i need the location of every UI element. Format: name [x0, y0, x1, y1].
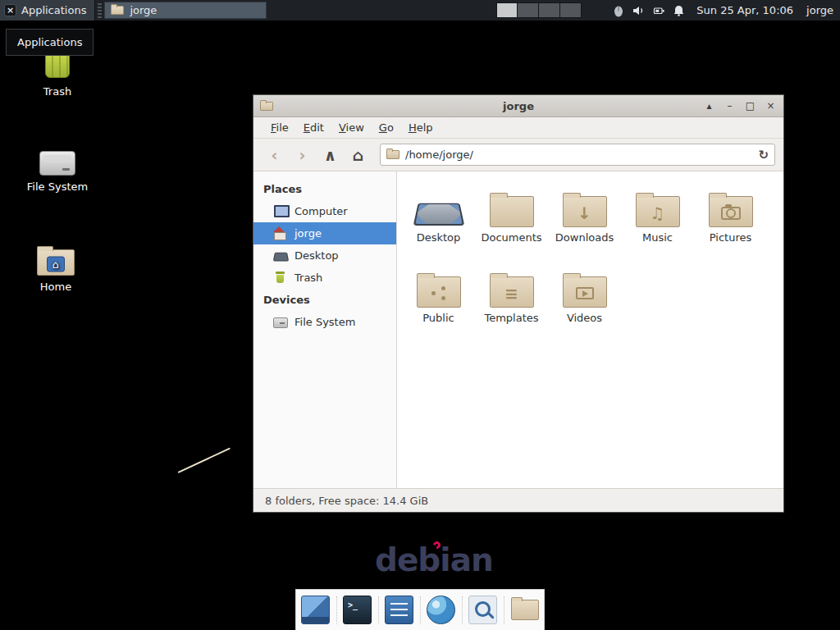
desktop-icon-label: File System	[18, 180, 97, 193]
file-item-documents[interactable]: Documents	[475, 181, 548, 262]
file-item-desktop[interactable]: Desktop	[402, 181, 475, 262]
reload-button[interactable]: ↻	[758, 148, 769, 162]
close-button[interactable]: ×	[765, 99, 777, 112]
dock-app-finder-button[interactable]	[466, 593, 500, 628]
folder-share-icon	[402, 262, 475, 308]
desktop-icon-file-system[interactable]: File System	[18, 144, 97, 193]
dock-separator	[462, 596, 463, 624]
file-label: Videos	[548, 312, 621, 324]
file-item-music[interactable]: ♫ Music	[621, 181, 694, 262]
dock-terminal-button[interactable]	[340, 593, 375, 628]
desktop-pad-icon	[402, 181, 475, 227]
sidebar-item-trash[interactable]: Trash	[253, 267, 396, 289]
window-body: Places Computer jorge Desktop Trash Devi…	[253, 171, 783, 488]
wallpaper-scratch-line	[178, 448, 231, 473]
share-emblem-icon	[418, 277, 460, 307]
sidebar-item-label: Computer	[294, 205, 348, 217]
debian-logo: debian	[375, 541, 493, 578]
battery-icon[interactable]	[652, 4, 665, 17]
home-button[interactable]: ⌂	[345, 144, 371, 167]
sidebar-item-computer[interactable]: Computer	[253, 200, 396, 222]
up-button[interactable]: ∧	[317, 144, 343, 167]
task-button-jorge[interactable]: jorge	[104, 2, 267, 19]
workspace-1[interactable]	[496, 2, 518, 18]
mouse-icon[interactable]	[613, 4, 624, 17]
file-item-downloads[interactable]: ↓ Downloads	[548, 181, 621, 262]
maximize-button[interactable]: □	[744, 99, 756, 112]
back-button[interactable]: ‹	[262, 144, 287, 167]
statusbar-text: 8 folders, Free space: 14.4 GiB	[265, 495, 428, 507]
file-label: Templates	[475, 312, 548, 324]
dock-file-manager-button[interactable]	[508, 593, 542, 628]
file-label: Desktop	[402, 231, 475, 244]
desktop-icon-label: Home	[21, 281, 90, 293]
folder-pictures-icon	[694, 181, 767, 227]
menu-help[interactable]: Help	[401, 118, 441, 137]
system-tray	[613, 4, 685, 17]
workspace-4[interactable]	[560, 2, 582, 18]
document-emblem-icon: ≡	[491, 277, 533, 307]
magnifier-icon	[468, 596, 497, 624]
sidebar-item-label: File System	[294, 316, 355, 328]
folder-icon	[475, 181, 548, 227]
sidebar-item-desktop[interactable]: Desktop	[253, 244, 396, 267]
text-lines-icon	[385, 596, 413, 624]
dock-separator	[336, 596, 337, 624]
menu-edit[interactable]: Edit	[296, 118, 331, 137]
dock-text-editor-button[interactable]	[382, 593, 417, 628]
volume-icon[interactable]	[632, 4, 645, 17]
down-arrow-emblem-icon: ↓	[564, 197, 606, 226]
file-label: Public	[402, 312, 475, 324]
devices-header: Devices	[253, 289, 396, 311]
terminal-icon	[343, 596, 372, 624]
house-emblem-icon: ⌂	[47, 256, 65, 272]
statusbar: 8 folders, Free space: 14.4 GiB	[253, 488, 783, 512]
sidebar-item-file-system[interactable]: File System	[253, 311, 396, 333]
drive-icon	[273, 316, 287, 328]
desktop-preview-icon	[301, 596, 330, 624]
file-item-pictures[interactable]: Pictures	[694, 181, 767, 262]
shade-button[interactable]: ▴	[703, 99, 715, 112]
path-input[interactable]	[405, 148, 752, 161]
folder-downloads-icon: ↓	[548, 181, 621, 227]
forward-button[interactable]: ›	[290, 144, 315, 167]
sidebar-item-label: Trash	[294, 272, 322, 284]
folder-music-icon: ♫	[621, 181, 694, 227]
menu-go[interactable]: Go	[372, 118, 401, 137]
dock-separator	[420, 596, 421, 624]
file-item-videos[interactable]: Videos	[548, 262, 621, 342]
dock-web-browser-button[interactable]	[424, 593, 459, 628]
dock-separator	[378, 596, 379, 624]
trash-icon	[273, 272, 287, 284]
panel-clock[interactable]: Sun 25 Apr, 10:06	[696, 4, 793, 16]
file-label: Documents	[475, 231, 548, 244]
titlebar[interactable]: jorge ▴ – □ ×	[253, 95, 783, 117]
dock-show-desktop-button[interactable]	[299, 593, 333, 628]
music-note-emblem-icon: ♫	[637, 197, 679, 226]
path-bar[interactable]: ↻	[380, 144, 775, 166]
desktop-icon-home[interactable]: ⌂ Home	[21, 243, 90, 293]
sidebar-item-jorge[interactable]: jorge	[253, 222, 396, 244]
menu-view[interactable]: View	[331, 118, 372, 137]
folder-icon	[111, 6, 124, 15]
folder-templates-icon: ≡	[475, 262, 548, 308]
xfce-logo-icon: ×	[4, 4, 16, 16]
panel-user-label: jorge	[806, 4, 833, 16]
panel-handle[interactable]	[98, 3, 102, 18]
sidebar-item-label: Desktop	[294, 249, 339, 262]
workspace-3[interactable]	[539, 2, 560, 18]
desktop-icon-label: Trash	[25, 85, 90, 98]
drive-icon	[39, 151, 75, 176]
applications-menu-button[interactable]: × Applications	[0, 0, 95, 21]
minimize-button[interactable]: –	[724, 99, 736, 112]
sidebar-item-label: jorge	[294, 227, 322, 240]
film-emblem-icon	[564, 277, 606, 307]
file-item-templates[interactable]: ≡ Templates	[475, 262, 548, 342]
file-item-public[interactable]: Public	[402, 262, 475, 342]
bell-icon[interactable]	[673, 4, 685, 17]
workspace-2[interactable]	[518, 2, 539, 18]
menu-file[interactable]: File	[263, 118, 296, 137]
camera-emblem-icon	[710, 197, 752, 226]
file-grid: Desktop Documents ↓ Downloads ♫ Music	[397, 171, 783, 488]
bottom-dock	[295, 589, 545, 630]
